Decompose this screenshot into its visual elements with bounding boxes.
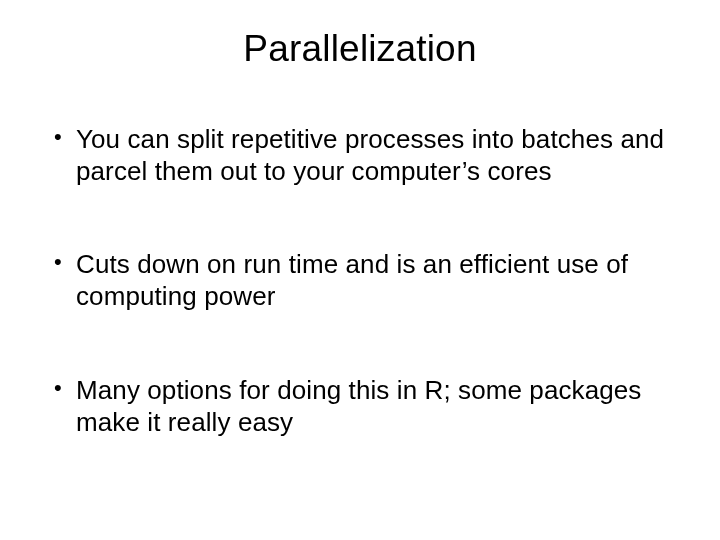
list-item: Many options for doing this in R; some p… [54,375,690,438]
slide-title: Parallelization [30,28,690,70]
bullet-list: You can split repetitive processes into … [30,124,690,438]
list-item: You can split repetitive processes into … [54,124,690,187]
list-item: Cuts down on run time and is an efficien… [54,249,690,312]
